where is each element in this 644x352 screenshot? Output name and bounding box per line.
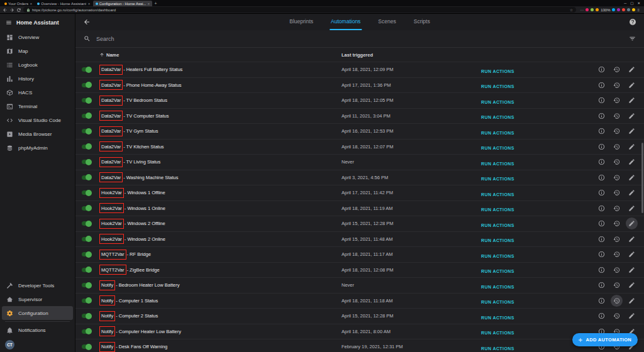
filter-icon[interactable] — [629, 35, 636, 42]
automation-toggle[interactable] — [82, 67, 91, 72]
tab-blueprints[interactable]: Blueprints — [288, 14, 314, 30]
info-icon[interactable] — [596, 94, 608, 106]
run-actions-button[interactable]: RUN ACTIONS — [481, 131, 514, 135]
browser-forward-icon[interactable] — [9, 8, 14, 13]
info-icon[interactable] — [596, 79, 608, 91]
trace-history-icon[interactable] — [611, 310, 623, 322]
info-icon[interactable] — [596, 63, 608, 75]
tab-close-icon[interactable]: ✕ — [147, 2, 150, 6]
automation-toggle[interactable] — [82, 206, 91, 211]
tab-close-icon[interactable]: ✕ — [30, 2, 32, 6]
back-button[interactable] — [83, 18, 91, 26]
automation-toggle[interactable] — [82, 221, 91, 226]
scrollbar-thumb[interactable] — [641, 143, 643, 213]
trace-history-icon[interactable] — [611, 156, 623, 168]
column-header-name[interactable]: Name — [99, 52, 341, 58]
trace-history-icon[interactable] — [611, 217, 623, 229]
trace-history-icon[interactable] — [611, 172, 623, 184]
automation-toggle[interactable] — [82, 329, 91, 334]
sidebar-item-logbook[interactable]: Logbook — [0, 58, 75, 72]
tab-scripts[interactable]: Scripts — [413, 14, 431, 30]
info-icon[interactable] — [596, 172, 608, 184]
sidebar-item-overview[interactable]: Overview — [0, 30, 75, 44]
edit-pencil-icon[interactable] — [626, 94, 638, 106]
sidebar-item-developer-tools[interactable]: Developer Tools — [0, 278, 75, 292]
run-actions-button[interactable]: RUN ACTIONS — [481, 115, 514, 119]
minimize-button[interactable]: ─ — [624, 1, 626, 5]
extension-icon[interactable] — [586, 8, 589, 11]
info-icon[interactable] — [596, 202, 608, 214]
trace-history-icon[interactable] — [611, 279, 623, 291]
automation-toggle[interactable] — [82, 344, 91, 349]
trace-history-icon[interactable] — [611, 63, 623, 75]
automation-toggle[interactable] — [82, 175, 91, 180]
tab-close-icon[interactable]: ✕ — [87, 2, 90, 6]
trace-history-icon[interactable] — [611, 295, 623, 307]
trace-history-icon[interactable] — [611, 202, 623, 214]
run-actions-button[interactable]: RUN ACTIONS — [481, 238, 514, 243]
info-icon[interactable] — [596, 110, 608, 122]
automation-toggle[interactable] — [82, 314, 91, 318]
edit-pencil-icon[interactable] — [626, 264, 638, 276]
trace-history-icon[interactable] — [611, 187, 623, 199]
edit-pencil-icon[interactable] — [626, 217, 638, 229]
edit-pencil-icon[interactable] — [626, 141, 638, 153]
run-actions-button[interactable]: RUN ACTIONS — [481, 285, 514, 289]
edit-pencil-icon[interactable] — [626, 63, 638, 75]
edit-pencil-icon[interactable] — [626, 79, 638, 91]
edit-pencil-icon[interactable] — [626, 248, 638, 260]
automation-toggle[interactable] — [82, 268, 91, 272]
edit-pencil-icon[interactable] — [626, 156, 638, 168]
sidebar-item-terminal[interactable]: Terminal — [0, 99, 75, 113]
extension-icon[interactable] — [596, 8, 599, 11]
extension-icon[interactable] — [627, 8, 630, 11]
info-icon[interactable] — [596, 248, 608, 260]
automation-toggle[interactable] — [82, 252, 91, 256]
info-icon[interactable] — [596, 264, 608, 276]
avatar[interactable]: CT — [5, 340, 14, 349]
menu-icon[interactable] — [6, 19, 12, 26]
automation-toggle[interactable] — [82, 237, 91, 241]
trace-history-icon[interactable] — [611, 141, 623, 153]
info-icon[interactable] — [596, 125, 608, 137]
trace-history-icon[interactable] — [611, 233, 623, 245]
extension-icon[interactable] — [632, 8, 635, 11]
info-icon[interactable] — [596, 295, 608, 307]
run-actions-button[interactable]: RUN ACTIONS — [481, 146, 514, 150]
browser-reload-icon[interactable] — [16, 8, 21, 13]
search-input[interactable] — [96, 36, 623, 42]
maximize-button[interactable]: ▢ — [630, 1, 633, 5]
trace-history-icon[interactable] — [611, 94, 623, 106]
tab-scenes[interactable]: Scenes — [377, 14, 397, 30]
edit-pencil-icon[interactable] — [626, 110, 638, 122]
zoom-level[interactable]: 130% — [601, 8, 610, 12]
trace-history-icon[interactable] — [611, 125, 623, 137]
trace-history-icon[interactable] — [611, 110, 623, 122]
extension-icon[interactable] — [591, 8, 594, 11]
browser-menu-icon[interactable]: ≡ — [637, 8, 640, 12]
sidebar-item-phpmyadmin[interactable]: phpMyAdmin — [0, 141, 75, 155]
edit-pencil-icon[interactable] — [626, 202, 638, 214]
add-automation-button[interactable]: ADD AUTOMATION — [572, 333, 638, 346]
new-tab-button[interactable]: + — [154, 1, 157, 6]
automation-toggle[interactable] — [82, 145, 91, 149]
run-actions-button[interactable]: RUN ACTIONS — [481, 192, 514, 197]
tab-automations[interactable]: Automations — [330, 14, 362, 30]
sidebar-item-history[interactable]: History — [0, 72, 75, 85]
sidebar-item-hacs[interactable]: HACS — [0, 85, 75, 99]
address-bar[interactable]: https://pickone.go.ro/config/automation/… — [23, 7, 576, 13]
info-icon[interactable] — [596, 233, 608, 245]
sidebar-item-map[interactable]: Map — [0, 44, 75, 58]
run-actions-button[interactable]: RUN ACTIONS — [481, 269, 514, 273]
edit-pencil-icon[interactable] — [626, 187, 638, 199]
automation-toggle[interactable] — [82, 98, 91, 102]
sidebar-item-supervisor[interactable]: Supervisor — [0, 292, 75, 306]
info-icon[interactable] — [596, 156, 608, 168]
info-icon[interactable] — [596, 187, 608, 199]
edit-pencil-icon[interactable] — [626, 295, 638, 307]
automation-toggle[interactable] — [82, 114, 91, 118]
automation-toggle[interactable] — [82, 283, 91, 287]
browser-tab-your-orders[interactable]: Your Orders ✕ — [2, 1, 35, 6]
column-header-last-triggered[interactable]: Last triggered — [341, 52, 481, 58]
info-icon[interactable] — [596, 141, 608, 153]
